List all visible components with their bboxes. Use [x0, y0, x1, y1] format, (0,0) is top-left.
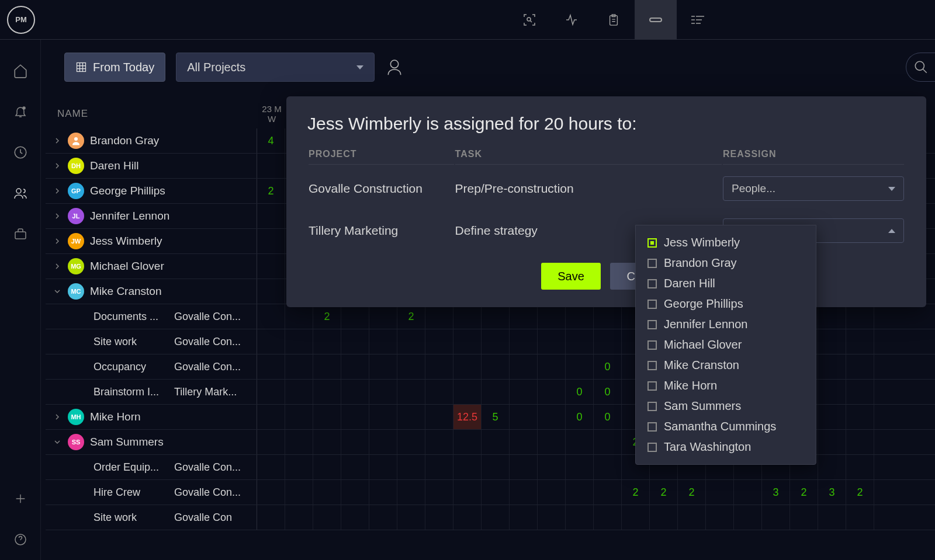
avatar: JW — [68, 233, 84, 249]
task-name: Site work — [94, 512, 169, 524]
expand-icon[interactable] — [53, 287, 62, 296]
grid-cell — [453, 430, 482, 454]
grid-cell — [369, 455, 397, 479]
expand-icon[interactable] — [53, 262, 62, 271]
grid-cell — [453, 505, 482, 530]
expand-icon[interactable] — [53, 236, 62, 246]
checkbox-icon[interactable] — [647, 402, 657, 411]
scan-icon[interactable] — [508, 0, 550, 40]
reassign-dropdown[interactable]: Jess Wimberly Brandon Gray Daren Hill Ge… — [635, 225, 816, 465]
checkbox-icon[interactable] — [647, 259, 657, 268]
grid-cell — [510, 329, 538, 354]
dropdown-option[interactable]: Mike Cranston — [636, 355, 816, 375]
checkbox-icon[interactable] — [647, 279, 657, 288]
grid-cell — [341, 480, 369, 505]
expand-icon[interactable] — [53, 161, 62, 171]
dropdown-option[interactable]: Michael Glover — [636, 335, 816, 355]
clock-icon[interactable] — [0, 132, 41, 173]
app-logo[interactable]: PM — [7, 6, 35, 34]
grid-cell — [257, 430, 285, 454]
activity-icon[interactable] — [550, 0, 593, 40]
grid-cell — [762, 505, 790, 530]
grid-cell — [257, 304, 285, 329]
dropdown-option[interactable]: Mike Horn — [636, 375, 816, 396]
search-button[interactable] — [906, 53, 935, 82]
dropdown-option[interactable]: Brandon Gray — [636, 253, 816, 273]
checkbox-icon[interactable] — [647, 340, 657, 350]
dropdown-option[interactable]: Daren Hill — [636, 273, 816, 294]
checkbox-icon[interactable] — [647, 361, 657, 370]
grid-cell — [313, 405, 341, 429]
grid-cell — [846, 304, 874, 329]
save-button[interactable]: Save — [541, 263, 601, 290]
grid-cell — [341, 304, 369, 329]
avatar — [68, 133, 84, 149]
expand-icon[interactable] — [53, 186, 62, 196]
grid-cell — [538, 380, 566, 404]
chevron-down-icon — [888, 187, 895, 191]
checkbox-icon[interactable] — [647, 320, 657, 329]
expand-icon[interactable] — [53, 211, 62, 221]
grid-cell — [594, 505, 622, 530]
grid-cell — [285, 405, 313, 429]
plus-icon[interactable] — [0, 478, 41, 519]
grid-cell — [453, 380, 482, 404]
grid-cell — [425, 354, 453, 379]
svg-rect-2 — [650, 18, 662, 22]
grid-cell — [369, 354, 397, 379]
grid-cell — [369, 304, 397, 329]
user-filter-icon[interactable] — [385, 57, 406, 78]
grid-cell — [341, 455, 369, 479]
grid-cell — [818, 354, 846, 379]
reassign-select[interactable]: People... — [723, 176, 904, 201]
grid-cell — [397, 430, 425, 454]
grid-cell: 0 — [594, 380, 622, 404]
grid-cell — [706, 480, 734, 505]
grid-cell — [313, 480, 341, 505]
dropdown-option-label: Mike Horn — [664, 379, 717, 392]
task-row[interactable]: Site work Govalle Con — [46, 505, 935, 530]
expand-icon[interactable] — [53, 136, 62, 145]
grid-cell — [453, 480, 482, 505]
dropdown-option[interactable]: Sam Summers — [636, 396, 816, 416]
grid-cell — [482, 329, 510, 354]
dropdown-option[interactable]: Tara Washington — [636, 437, 816, 457]
checkbox-icon[interactable] — [647, 443, 657, 452]
grid-cell — [790, 505, 818, 530]
checkbox-icon[interactable] — [647, 381, 657, 391]
from-today-button[interactable]: From Today — [64, 53, 165, 82]
expand-icon[interactable] — [53, 412, 62, 422]
dropdown-option[interactable]: Samantha Cummings — [636, 416, 816, 437]
dropdown-option[interactable]: Jess Wimberly — [636, 232, 816, 253]
grid-cell — [341, 380, 369, 404]
grid-cell — [510, 304, 538, 329]
grid-cell — [257, 354, 285, 379]
checkbox-icon[interactable] — [647, 300, 657, 309]
grid-cell: 0 — [566, 380, 594, 404]
dropdown-option[interactable]: Jennifer Lennon — [636, 314, 816, 335]
grid-cell — [313, 380, 341, 404]
grid-cell — [482, 304, 510, 329]
dropdown-option[interactable]: George Phillips — [636, 294, 816, 314]
task-row[interactable]: Hire Crew Govalle Con... 2223232 — [46, 480, 935, 505]
flow-icon[interactable] — [677, 0, 719, 40]
checkbox-icon[interactable] — [647, 238, 657, 248]
grid-cell — [341, 329, 369, 354]
task-project: Govalle Con... — [174, 461, 257, 474]
bell-icon[interactable] — [0, 91, 41, 132]
reassign-modal: Jess Wimberly is assigned for 20 hours t… — [286, 96, 926, 307]
grid-cell — [846, 405, 874, 429]
grid-cell — [425, 480, 453, 505]
home-icon[interactable] — [0, 50, 41, 91]
clipboard-icon[interactable] — [593, 0, 635, 40]
briefcase-icon[interactable] — [0, 214, 41, 255]
project-select[interactable]: All Projects — [176, 53, 375, 82]
people-icon[interactable] — [0, 173, 41, 214]
grid-cell — [566, 505, 594, 530]
checkbox-icon[interactable] — [647, 422, 657, 432]
expand-icon[interactable] — [53, 437, 62, 447]
grid-cell — [453, 455, 482, 479]
help-icon[interactable] — [0, 519, 41, 560]
minus-tray-icon[interactable] — [635, 0, 677, 40]
grid-cell — [846, 430, 874, 454]
